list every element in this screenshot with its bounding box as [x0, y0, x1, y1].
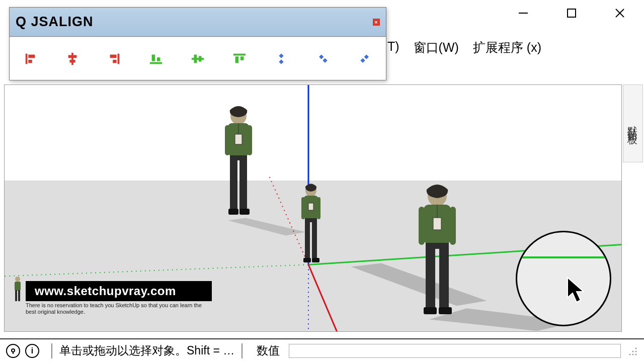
svg-rect-4: [25, 53, 27, 64]
svg-rect-11: [110, 54, 116, 58]
tool-align-center-v[interactable]: [182, 43, 214, 75]
svg-rect-6: [28, 59, 32, 63]
svg-rect-22: [279, 53, 284, 58]
status-separator: [51, 343, 52, 358]
svg-rect-54: [305, 221, 310, 258]
svg-rect-44: [230, 159, 237, 210]
svg-rect-27: [361, 58, 365, 62]
svg-rect-70: [15, 282, 21, 291]
watermark-icon: [11, 275, 25, 303]
watermark-url: www.sketchupvray.com: [26, 281, 212, 301]
magnifier-cursor-icon: [565, 275, 590, 307]
svg-rect-16: [192, 58, 204, 60]
tray-tab-default-panel[interactable]: 默认面板: [623, 84, 643, 162]
measurements-input[interactable]: [289, 344, 621, 358]
tool-align-bottom[interactable]: [140, 43, 172, 75]
svg-rect-12: [113, 59, 116, 63]
tool-align-top[interactable]: [223, 43, 256, 75]
svg-point-69: [15, 277, 20, 282]
svg-rect-7: [71, 52, 73, 64]
svg-rect-56: [303, 258, 311, 262]
svg-rect-45: [239, 159, 247, 210]
svg-point-77: [629, 353, 631, 355]
svg-rect-61: [450, 207, 456, 245]
tool-align-left[interactable]: [15, 43, 47, 75]
vcb-label: 数值: [257, 343, 280, 358]
svg-rect-39: [225, 125, 230, 155]
tool-distribute-3[interactable]: [349, 43, 381, 75]
window-controls: [511, 6, 632, 22]
svg-rect-57: [312, 258, 319, 262]
svg-rect-14: [151, 54, 155, 61]
svg-rect-10: [117, 53, 119, 64]
svg-rect-9: [69, 59, 75, 62]
svg-point-76: [635, 350, 637, 352]
tool-distribute-1[interactable]: [265, 43, 297, 75]
svg-point-79: [635, 353, 637, 355]
jsalign-toolbar: Q JSALIGN ×: [9, 7, 386, 80]
svg-rect-26: [364, 54, 369, 59]
tool-align-center-h[interactable]: [56, 43, 89, 75]
scale-figure-2[interactable]: [296, 183, 326, 268]
resize-grip-icon[interactable]: [627, 345, 638, 356]
jsalign-close-icon[interactable]: ×: [373, 19, 380, 26]
svg-rect-25: [323, 58, 328, 62]
watermark-sub: There is no reservation to teach you Ske…: [26, 302, 212, 315]
svg-rect-8: [68, 55, 76, 58]
svg-rect-65: [426, 248, 435, 308]
magnifier-overlay: [516, 231, 611, 326]
svg-rect-68: [439, 307, 452, 314]
svg-rect-67: [424, 307, 437, 314]
svg-rect-23: [279, 59, 284, 64]
svg-rect-40: [247, 125, 252, 155]
svg-rect-21: [240, 56, 244, 60]
svg-rect-60: [419, 207, 425, 245]
svg-point-75: [632, 350, 634, 352]
menu-window[interactable]: 窗口(W): [414, 39, 459, 56]
svg-rect-18: [199, 56, 202, 61]
jsalign-tool-row: [10, 37, 386, 80]
maximize-button[interactable]: [559, 6, 584, 22]
svg-rect-46: [228, 209, 238, 215]
tool-distribute-2[interactable]: [307, 43, 339, 75]
svg-point-74: [635, 347, 637, 349]
status-separator-2: [242, 343, 243, 358]
geo-location-icon[interactable]: [6, 344, 20, 358]
tool-align-right[interactable]: [98, 43, 130, 75]
svg-rect-5: [28, 54, 35, 58]
svg-rect-50: [301, 197, 305, 219]
svg-rect-15: [157, 57, 160, 61]
model-viewport[interactable]: www.sketchupvray.com There is no reserva…: [4, 84, 622, 332]
svg-rect-19: [233, 53, 246, 55]
watermark: www.sketchupvray.com There is no reserva…: [26, 281, 212, 315]
svg-rect-17: [194, 54, 197, 63]
svg-line-32: [308, 264, 337, 332]
svg-rect-72: [18, 290, 20, 301]
status-bar: i 单击或拖动以选择对象。Shift = … 数值: [0, 338, 644, 362]
scale-figure-1[interactable]: [216, 105, 261, 221]
jsalign-titlebar[interactable]: Q JSALIGN ×: [10, 8, 386, 37]
svg-rect-1: [568, 9, 576, 17]
status-hint: 单击或拖动以选择对象。Shift = …: [59, 343, 234, 358]
scale-figure-3[interactable]: [410, 184, 465, 324]
svg-line-31: [5, 264, 308, 276]
svg-rect-47: [239, 209, 250, 215]
svg-rect-41: [235, 134, 242, 144]
menu-extensions[interactable]: 扩展程序 (x): [473, 39, 541, 56]
minimize-button[interactable]: [511, 6, 535, 22]
svg-rect-66: [439, 248, 449, 308]
magnifier-green-axis: [517, 256, 610, 258]
svg-rect-55: [312, 221, 317, 258]
svg-rect-62: [433, 218, 441, 230]
svg-rect-71: [15, 290, 17, 301]
close-window-button[interactable]: [608, 6, 632, 22]
svg-rect-52: [308, 203, 313, 210]
credits-icon[interactable]: i: [25, 344, 39, 358]
svg-point-73: [12, 349, 15, 352]
svg-rect-20: [235, 56, 239, 63]
svg-rect-13: [150, 62, 162, 64]
jsalign-title: Q JSALIGN: [16, 14, 94, 30]
svg-point-78: [632, 353, 634, 355]
menubar: T) 窗口(W) 扩展程序 (x): [387, 39, 541, 56]
menu-tools-frag[interactable]: T): [387, 39, 399, 56]
